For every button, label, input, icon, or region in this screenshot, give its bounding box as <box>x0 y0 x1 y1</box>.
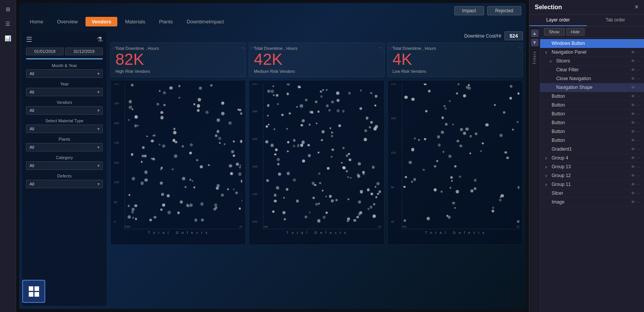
tab-downtime-impact[interactable]: DowntimeImpact <box>181 17 230 26</box>
scatter-dot <box>179 85 181 87</box>
layer-item-button-6[interactable]: Button 👁··· <box>540 136 644 145</box>
scatter-dot <box>320 91 322 92</box>
dots-gradient1[interactable]: ··· <box>637 147 640 151</box>
month-year-select[interactable]: All <box>26 69 103 78</box>
eye-btn4[interactable]: 👁 <box>631 120 635 125</box>
dots-group13[interactable]: ··· <box>637 164 640 169</box>
tab-tab-order[interactable]: Tab order <box>587 15 644 26</box>
dots-icon-nav-shape[interactable]: ··· <box>637 85 640 90</box>
dots-icon-windows[interactable]: ··· <box>637 41 640 46</box>
eye-image[interactable]: 👁 <box>631 200 635 204</box>
layer-item-windows-button[interactable]: Windows Button 👁 ··· <box>540 39 644 48</box>
eye-icon-close-nav[interactable]: 👁 <box>631 76 635 81</box>
plants-select[interactable]: All <box>26 143 103 151</box>
eye-btn6[interactable]: 👁 <box>631 138 635 143</box>
eye-group4[interactable]: 👁 <box>631 156 635 160</box>
date-slider[interactable] <box>26 58 103 59</box>
eye-group13[interactable]: 👁 <box>631 164 635 169</box>
layer-name-slicers: Slicers <box>556 58 629 64</box>
scatter-dot <box>182 145 184 147</box>
eye-gradient1[interactable]: 👁 <box>631 147 635 151</box>
windows-button[interactable] <box>22 280 45 303</box>
date-start[interactable]: 01/01/2018 <box>26 48 64 55</box>
dots-icon-close-nav[interactable]: ··· <box>637 76 640 81</box>
layer-item-gradient1[interactable]: Gradient1 👁··· <box>540 145 644 154</box>
layer-item-button-1[interactable]: Button 👁··· <box>540 92 644 101</box>
layer-item-group4[interactable]: ∨ Group 4 👁··· <box>540 154 644 163</box>
tab-materials[interactable]: Materials <box>119 17 151 26</box>
dots-group4[interactable]: ··· <box>637 156 640 160</box>
layer-item-navigation-shape[interactable]: Navigation Shape 👁 ··· <box>540 83 644 92</box>
dots-group11[interactable]: ··· <box>637 182 640 187</box>
eye-slicer[interactable]: 👁 <box>631 191 635 195</box>
dots-image[interactable]: ··· <box>637 200 640 204</box>
eye-btn5[interactable]: 👁 <box>631 129 635 134</box>
eye-icon-nav-shape[interactable]: 👁 <box>631 85 635 90</box>
layer-item-button-4[interactable]: Button 👁··· <box>540 118 644 127</box>
scatter-dot <box>347 176 349 178</box>
dots-icon-slicers[interactable]: ··· <box>637 59 640 63</box>
rejected-button[interactable]: Rejected <box>487 6 521 15</box>
dots-group12[interactable]: ··· <box>637 173 640 178</box>
layer-item-clear-filter[interactable]: Clear Filter 👁 ··· <box>540 66 644 74</box>
defects-select[interactable]: All <box>26 180 103 188</box>
eye-icon-windows[interactable]: 👁 <box>631 41 635 46</box>
hide-button[interactable]: Hide <box>566 28 585 36</box>
dots-slicer[interactable]: ··· <box>637 191 640 195</box>
layer-item-button-2[interactable]: Button 👁··· <box>540 101 644 110</box>
dots-btn4[interactable]: ··· <box>637 120 640 125</box>
year-select[interactable]: All <box>26 88 103 96</box>
eye-icon-clear-filter[interactable]: 👁 <box>631 67 635 72</box>
layer-item-slicers[interactable]: ∨ Slicers 👁 ··· <box>540 57 644 66</box>
eye-btn3[interactable]: 👁 <box>631 112 635 116</box>
dashboard: Impact Rejected Home Overview Vendors Ma… <box>19 3 526 309</box>
layer-item-navigation-panel[interactable]: ∨ Navigation Panel 👁 ··· <box>540 48 644 57</box>
vendors-select[interactable]: All <box>26 106 103 115</box>
layer-item-group12[interactable]: ∨ Group 12 👁··· <box>540 171 644 180</box>
layer-item-close-navigation[interactable]: Close Navigation 👁 ··· <box>540 74 644 83</box>
dots-btn5[interactable]: ··· <box>637 129 640 134</box>
filters-arrow-down[interactable]: ▼ <box>531 39 539 46</box>
tab-plants[interactable]: Plants <box>153 17 179 26</box>
layer-item-group11[interactable]: ∨ Group 11 👁··· <box>540 180 644 189</box>
dots-btn6[interactable]: ··· <box>637 138 640 143</box>
dots-icon-nav-panel[interactable]: ··· <box>637 50 640 54</box>
dots-btn1[interactable]: ··· <box>637 94 640 99</box>
dots-btn3[interactable]: ··· <box>637 112 640 116</box>
close-selection-button[interactable]: × <box>634 3 639 11</box>
layer-item-button-3[interactable]: Button 👁··· <box>540 110 644 118</box>
scatter-dot <box>358 200 361 204</box>
tab-overview[interactable]: Overview <box>51 17 84 26</box>
dots-icon-clear-filter[interactable]: ··· <box>637 67 640 72</box>
eye-icon-nav-panel[interactable]: 👁 <box>631 50 635 54</box>
y-axis-tick: 400 <box>252 84 257 85</box>
grid-view-icon[interactable]: ⊞ <box>2 3 14 15</box>
layer-item-slicer[interactable]: Slicer 👁··· <box>540 189 644 198</box>
eye-group11[interactable]: 👁 <box>631 182 635 187</box>
scatter-dot <box>145 171 148 174</box>
scatter-dot <box>197 98 201 102</box>
filters-arrow-up[interactable]: ▲ <box>531 30 539 37</box>
layer-item-image[interactable]: Image 👁··· <box>540 198 644 207</box>
table-view-icon[interactable]: ☰ <box>2 18 14 30</box>
dots-btn2[interactable]: ··· <box>637 103 640 107</box>
eye-btn2[interactable]: 👁 <box>631 103 635 107</box>
eye-icon-slicers[interactable]: 👁 <box>631 59 635 63</box>
scatter-dot <box>342 110 345 113</box>
date-end[interactable]: 31/12/2019 <box>65 48 103 55</box>
eye-group12[interactable]: 👁 <box>631 173 635 178</box>
tab-home[interactable]: Home <box>24 17 49 26</box>
tab-vendors[interactable]: Vendors <box>85 17 117 26</box>
show-button[interactable]: Show <box>544 28 565 36</box>
scatter-dot <box>240 140 242 143</box>
category-select[interactable]: All <box>26 161 103 170</box>
layer-item-group13[interactable]: ∨ Group 13 👁··· <box>540 163 644 171</box>
layer-item-button-5[interactable]: Button 👁··· <box>540 127 644 136</box>
chart-view-icon[interactable]: 📊 <box>2 32 14 44</box>
eye-btn1[interactable]: 👁 <box>631 94 635 99</box>
layer-list: Windows Button 👁 ··· ∨ Navigation Panel … <box>540 38 644 312</box>
scatter-dot <box>283 211 286 214</box>
material-type-select[interactable]: All <box>26 125 103 133</box>
impact-button[interactable]: Impact <box>454 6 484 15</box>
tab-layer-order[interactable]: Layer order <box>529 15 587 26</box>
